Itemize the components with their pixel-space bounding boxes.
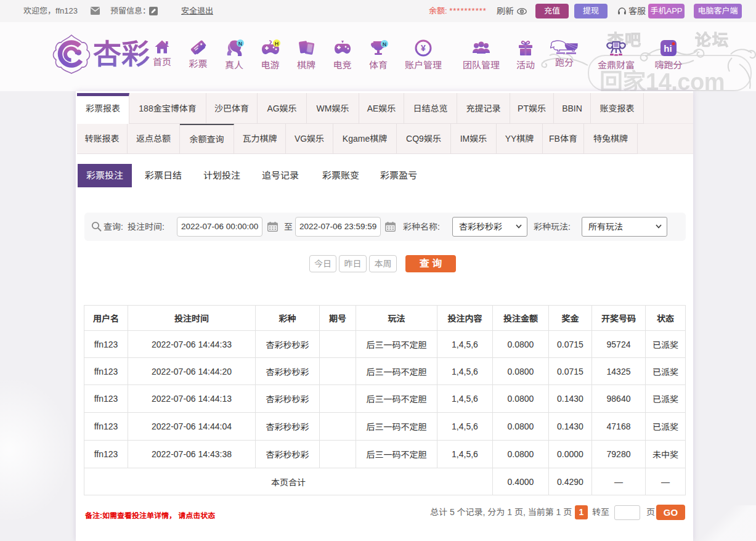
svg-text:N: N	[238, 41, 243, 47]
svg-text:hi: hi	[664, 43, 672, 54]
svg-text:N: N	[383, 41, 387, 47]
svg-text:H: H	[274, 41, 278, 47]
svg-text:¥: ¥	[421, 43, 426, 53]
